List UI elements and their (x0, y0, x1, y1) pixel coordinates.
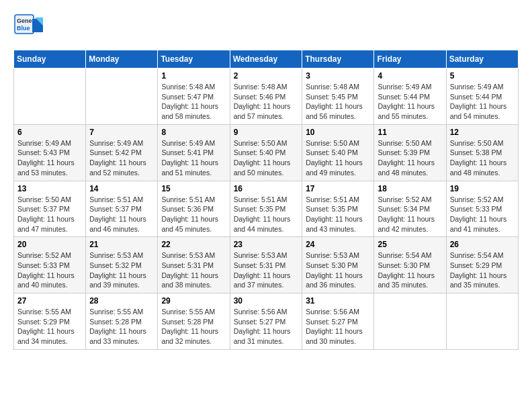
day-info-line: Daylight: 11 hours and 52 minutes. (89, 158, 154, 177)
day-info-line: Sunrise: 5:49 AM (378, 82, 442, 92)
day-info-line: Daylight: 11 hours and 38 minutes. (161, 271, 226, 290)
day-info-line: Sunrise: 5:51 AM (234, 195, 299, 205)
calendar-cell (14, 68, 86, 125)
day-info-line: Sunrise: 5:51 AM (306, 195, 370, 205)
day-info-line: Sunrise: 5:56 AM (306, 307, 370, 317)
day-info-line: Sunset: 5:30 PM (378, 261, 442, 271)
day-info-line: Sunrise: 5:48 AM (306, 82, 370, 92)
calendar-cell (446, 293, 518, 350)
calendar-cell: 4Sunrise: 5:49 AMSunset: 5:44 PMDaylight… (374, 68, 446, 125)
day-info-line: Daylight: 11 hours and 49 minutes. (306, 158, 370, 177)
day-info-line: Sunrise: 5:56 AM (234, 307, 299, 317)
day-number: 7 (89, 128, 154, 137)
day-info-line: Sunrise: 5:53 AM (306, 250, 370, 261)
day-number: 20 (17, 240, 82, 249)
day-info-line: Sunset: 5:44 PM (378, 92, 442, 102)
day-info-line: Sunrise: 5:51 AM (89, 195, 154, 205)
day-info-line: Daylight: 11 hours and 50 minutes. (234, 158, 299, 177)
svg-text:Blue: Blue (17, 25, 30, 32)
calendar-cell: 31Sunrise: 5:56 AMSunset: 5:27 PMDayligh… (302, 293, 374, 350)
day-info-line: Sunset: 5:41 PM (161, 148, 226, 158)
calendar-cell: 25Sunrise: 5:54 AMSunset: 5:30 PMDayligh… (374, 237, 446, 293)
logo: General Blue (13, 13, 43, 43)
weekday-header-wednesday: Wednesday (230, 50, 302, 68)
day-info-line: Sunrise: 5:50 AM (234, 138, 299, 148)
weekday-header-sunday: Sunday (14, 50, 86, 68)
day-info-line: Daylight: 11 hours and 43 minutes. (306, 214, 370, 234)
calendar-cell: 13Sunrise: 5:50 AMSunset: 5:37 PMDayligh… (14, 181, 86, 237)
day-info-line: Sunset: 5:39 PM (378, 148, 442, 158)
day-info-line: Daylight: 11 hours and 45 minutes. (161, 214, 226, 234)
calendar-cell: 7Sunrise: 5:49 AMSunset: 5:42 PMDaylight… (86, 124, 158, 181)
day-number: 29 (161, 296, 226, 306)
calendar-cell: 18Sunrise: 5:52 AMSunset: 5:34 PMDayligh… (374, 181, 446, 237)
day-info-line: Daylight: 11 hours and 51 minutes. (161, 158, 226, 177)
day-info-line: Sunset: 5:33 PM (450, 204, 515, 214)
calendar-cell: 2Sunrise: 5:48 AMSunset: 5:46 PMDaylight… (230, 68, 302, 125)
day-number: 31 (306, 296, 370, 306)
day-info-line: Sunrise: 5:54 AM (378, 250, 442, 261)
calendar-cell: 20Sunrise: 5:52 AMSunset: 5:33 PMDayligh… (14, 237, 86, 293)
day-info-line: Daylight: 11 hours and 39 minutes. (89, 271, 154, 290)
day-info-line: Daylight: 11 hours and 48 minutes. (450, 158, 515, 177)
calendar-cell (374, 293, 446, 350)
day-info-line: Daylight: 11 hours and 34 minutes. (17, 326, 82, 346)
day-info-line: Daylight: 11 hours and 33 minutes. (89, 326, 154, 346)
day-number: 4 (378, 71, 442, 81)
day-info-line: Daylight: 11 hours and 35 minutes. (378, 271, 442, 290)
day-info-line: Sunset: 5:30 PM (306, 261, 370, 271)
day-info-line: Daylight: 11 hours and 37 minutes. (234, 271, 299, 290)
day-info-line: Sunrise: 5:49 AM (89, 138, 154, 148)
calendar-cell: 14Sunrise: 5:51 AMSunset: 5:37 PMDayligh… (86, 181, 158, 237)
day-number: 8 (161, 128, 226, 137)
day-info-line: Daylight: 11 hours and 32 minutes. (161, 326, 226, 346)
day-info-line: Sunrise: 5:50 AM (17, 195, 82, 205)
day-info-line: Sunset: 5:45 PM (306, 92, 370, 102)
calendar-cell: 24Sunrise: 5:53 AMSunset: 5:30 PMDayligh… (302, 237, 374, 293)
day-info-line: Daylight: 11 hours and 36 minutes. (306, 271, 370, 290)
day-info-line: Sunset: 5:33 PM (17, 261, 82, 271)
day-number: 19 (450, 184, 515, 193)
day-info-line: Sunset: 5:34 PM (378, 204, 442, 214)
calendar-cell: 30Sunrise: 5:56 AMSunset: 5:27 PMDayligh… (230, 293, 302, 350)
day-number: 28 (89, 296, 154, 306)
day-info-line: Sunset: 5:40 PM (234, 148, 299, 158)
weekday-header-tuesday: Tuesday (158, 50, 230, 68)
calendar-cell: 9Sunrise: 5:50 AMSunset: 5:40 PMDaylight… (230, 124, 302, 181)
day-info-line: Sunset: 5:42 PM (89, 148, 154, 158)
calendar-cell: 23Sunrise: 5:53 AMSunset: 5:31 PMDayligh… (230, 237, 302, 293)
calendar-cell: 22Sunrise: 5:53 AMSunset: 5:31 PMDayligh… (158, 237, 230, 293)
day-info-line: Sunrise: 5:50 AM (378, 138, 442, 148)
day-info-line: Sunrise: 5:55 AM (17, 307, 82, 317)
calendar-cell: 5Sunrise: 5:49 AMSunset: 5:44 PMDaylight… (446, 68, 518, 125)
day-number: 12 (450, 128, 515, 137)
day-info-line: Daylight: 11 hours and 46 minutes. (89, 214, 154, 234)
day-info-line: Sunset: 5:32 PM (89, 261, 154, 271)
weekday-header-saturday: Saturday (446, 50, 518, 68)
day-info-line: Sunrise: 5:53 AM (234, 250, 299, 261)
day-info-line: Daylight: 11 hours and 57 minutes. (234, 101, 299, 121)
day-info-line: Sunset: 5:46 PM (234, 92, 299, 102)
day-number: 24 (306, 240, 370, 249)
day-info-line: Daylight: 11 hours and 54 minutes. (450, 101, 515, 121)
day-number: 13 (17, 184, 82, 193)
day-info-line: Sunset: 5:44 PM (450, 92, 515, 102)
day-info-line: Sunset: 5:37 PM (17, 204, 82, 214)
day-info-line: Sunrise: 5:52 AM (17, 250, 82, 261)
day-info-line: Sunset: 5:27 PM (234, 317, 299, 327)
day-number: 11 (378, 128, 442, 137)
day-info-line: Sunset: 5:43 PM (17, 148, 82, 158)
day-number: 14 (89, 184, 154, 193)
day-number: 25 (378, 240, 442, 249)
day-info-line: Sunrise: 5:48 AM (234, 82, 299, 92)
day-info-line: Sunset: 5:37 PM (89, 204, 154, 214)
page-header: General Blue (13, 13, 519, 43)
day-number: 6 (17, 128, 82, 137)
day-number: 10 (306, 128, 370, 137)
day-info-line: Sunrise: 5:52 AM (450, 195, 515, 205)
day-number: 17 (306, 184, 370, 193)
calendar-cell: 12Sunrise: 5:50 AMSunset: 5:38 PMDayligh… (446, 124, 518, 181)
day-info-line: Sunset: 5:40 PM (306, 148, 370, 158)
day-number: 2 (234, 71, 299, 81)
day-info-line: Sunset: 5:31 PM (161, 261, 226, 271)
